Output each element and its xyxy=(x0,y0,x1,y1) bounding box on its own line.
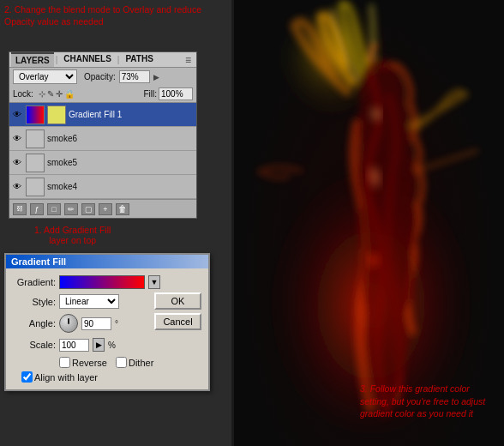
align-row: Align with layer xyxy=(21,371,201,383)
add-style-icon[interactable]: ƒ xyxy=(30,203,44,215)
delete-layer-icon[interactable]: 🗑 xyxy=(116,203,129,215)
new-group-icon[interactable]: ▢ xyxy=(81,203,95,215)
layer-thumbnail xyxy=(26,178,45,196)
layer-row[interactable]: 👁 smoke6 xyxy=(9,127,196,151)
align-checkbox[interactable] xyxy=(21,371,33,383)
blend-mode-select[interactable]: Overlay Normal Multiply Screen xyxy=(13,69,77,84)
smoke-figure-svg xyxy=(234,0,504,446)
gradient-fill-dialog: Gradient Fill OK Cancel Gradient: ▼ Styl… xyxy=(4,253,210,391)
align-checkbox-label[interactable]: Align with layer xyxy=(21,371,98,383)
align-label: Align with layer xyxy=(34,372,98,383)
dither-checkbox[interactable] xyxy=(116,357,127,368)
tab-paths[interactable]: PATHS xyxy=(121,52,157,67)
lock-position-icon[interactable]: ⊹ xyxy=(39,89,45,99)
scale-label: Scale: xyxy=(13,340,56,350)
annotation-right: 3. Follow this gradient color setting, b… xyxy=(360,383,497,420)
new-adjustment-icon[interactable]: ✏ xyxy=(64,203,78,215)
annotation-bottom-layers: 1. Add Gradient Filllayer on top xyxy=(34,225,111,245)
new-layer-icon[interactable]: + xyxy=(99,203,112,215)
style-label: Style: xyxy=(13,297,56,307)
lock-all-icon[interactable]: 🔒 xyxy=(64,89,75,99)
dialog-body: OK Cancel Gradient: ▼ Style: Linear Radi… xyxy=(6,272,208,389)
layers-panel: LAYERS | CHANNELS | PATHS ≡ Overlay Norm… xyxy=(9,51,197,219)
layer-name: smoke5 xyxy=(47,158,195,167)
lock-fill-row: Lock: ⊹ ✎ ✛ 🔒 Fill: xyxy=(9,86,196,103)
layer-row[interactable]: 👁 Gradient Fill 1 xyxy=(9,103,196,127)
angle-knob-container: ° xyxy=(59,314,118,333)
gradient-label: Gradient: xyxy=(13,277,56,287)
right-panel: 3. Follow this gradient color setting, b… xyxy=(234,0,504,446)
left-panel: 2. Change the blend mode to Overlay and … xyxy=(0,0,231,446)
tab-layers[interactable]: LAYERS xyxy=(11,52,54,67)
layer-name: smoke6 xyxy=(47,134,195,143)
layer-visibility-icon[interactable]: 👁 xyxy=(11,109,23,121)
fill-input[interactable] xyxy=(159,87,193,100)
lock-pixels-icon[interactable]: ✎ xyxy=(47,89,54,99)
layer-visibility-icon[interactable]: 👁 xyxy=(11,133,23,145)
dither-label: Dither xyxy=(129,358,153,368)
reverse-label: Reverse xyxy=(72,358,107,368)
layer-mask-thumbnail xyxy=(47,105,66,124)
gradient-dropdown-arrow[interactable]: ▼ xyxy=(148,275,160,289)
layer-thumbnail xyxy=(26,130,45,148)
annotation-top: 2. Change the blend mode to Overlay and … xyxy=(4,4,210,27)
smoke-canvas: 3. Follow this gradient color setting, b… xyxy=(234,0,504,446)
fill-label: Fill: xyxy=(143,89,157,99)
link-layers-icon[interactable]: ⛓ xyxy=(13,203,27,215)
opacity-arrow[interactable]: ▶ xyxy=(153,73,159,81)
lock-move-icon[interactable]: ✛ xyxy=(56,89,63,99)
reverse-checkbox[interactable] xyxy=(59,357,70,368)
angle-knob[interactable] xyxy=(59,314,78,333)
layer-row[interactable]: 👁 smoke4 xyxy=(9,175,196,199)
add-mask-icon[interactable]: □ xyxy=(47,203,61,215)
opacity-label: Opacity: xyxy=(84,72,116,81)
layer-name: Gradient Fill 1 xyxy=(69,110,195,119)
layers-tabs: LAYERS | CHANNELS | PATHS ≡ xyxy=(9,52,196,68)
dither-checkbox-label[interactable]: Dither xyxy=(116,357,153,368)
layers-toolbar: ⛓ ƒ □ ✏ ▢ + 🗑 xyxy=(9,199,196,218)
angle-label: Angle: xyxy=(13,318,56,328)
layer-visibility-icon[interactable]: 👁 xyxy=(11,157,23,169)
scale-stepper[interactable]: ▶ xyxy=(93,338,105,352)
lock-label: Lock: xyxy=(13,89,33,99)
angle-input[interactable] xyxy=(81,317,111,330)
reverse-checkbox-label[interactable]: Reverse xyxy=(59,357,107,368)
layer-name: smoke4 xyxy=(47,182,195,191)
layer-visibility-icon[interactable]: 👁 xyxy=(11,181,23,193)
dialog-title: Gradient Fill xyxy=(6,255,208,268)
tab-channels[interactable]: CHANNELS xyxy=(59,52,116,67)
checkbox-row: Reverse Dither xyxy=(59,357,201,368)
percent-symbol: % xyxy=(108,341,116,350)
layer-thumbnail xyxy=(26,154,45,172)
layer-thumbnail xyxy=(26,105,45,124)
ok-cancel-buttons: OK Cancel xyxy=(154,292,201,330)
cancel-button[interactable]: Cancel xyxy=(154,313,201,330)
layer-row[interactable]: 👁 smoke5 xyxy=(9,151,196,175)
scale-input[interactable] xyxy=(59,339,89,352)
panel-menu-icon[interactable]: ≡ xyxy=(182,54,195,66)
blend-opacity-row: Overlay Normal Multiply Screen Opacity: … xyxy=(9,68,196,86)
degree-symbol: ° xyxy=(115,319,118,328)
ok-button[interactable]: OK xyxy=(154,292,201,310)
gradient-preview[interactable] xyxy=(59,275,145,289)
gradient-row: Gradient: ▼ xyxy=(13,275,201,289)
style-select[interactable]: Linear Radial Angle Reflected Diamond xyxy=(59,294,119,309)
scale-row: Scale: ▶ % xyxy=(13,338,201,352)
opacity-input[interactable] xyxy=(119,70,150,83)
